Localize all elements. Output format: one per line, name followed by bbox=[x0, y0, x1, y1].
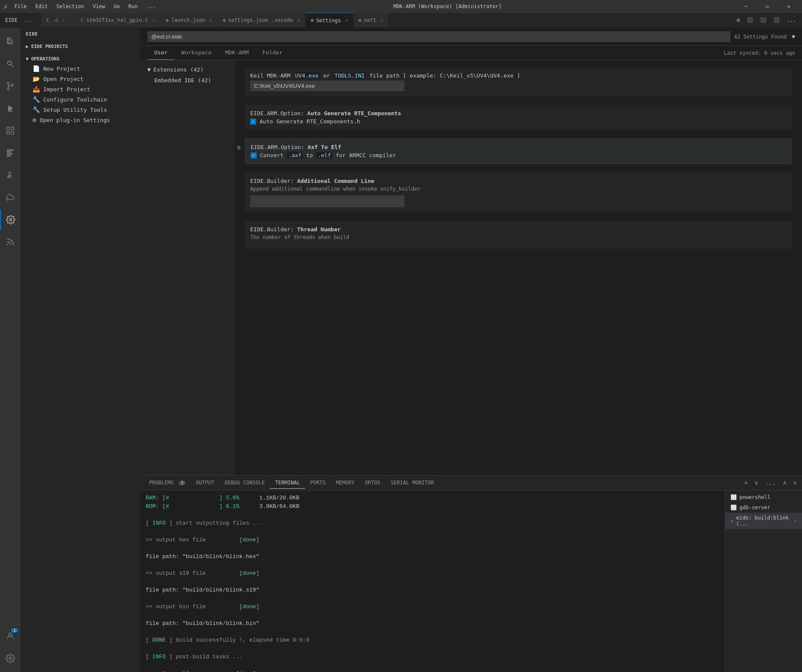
settings-tabs: User Workspace MDK-ARM Folder Last synce… bbox=[141, 46, 802, 60]
activity-search[interactable] bbox=[0, 54, 21, 74]
activity-manage[interactable] bbox=[0, 648, 21, 669]
terminal-line-info-start: [ INFO ] start outputting files ... bbox=[146, 519, 720, 528]
tab-more-eide[interactable]: ... bbox=[20, 17, 36, 23]
panel-menu-button[interactable]: ... bbox=[763, 478, 778, 487]
tab-settings-icon: ⚙ bbox=[311, 18, 314, 23]
cmdline-input[interactable] bbox=[250, 195, 404, 207]
tab-sett2[interactable]: ⚙ sett ✕ bbox=[353, 13, 389, 27]
svg-point-26 bbox=[9, 633, 12, 636]
svg-point-7 bbox=[8, 61, 12, 65]
auto-rte-checkbox[interactable]: ✓ bbox=[250, 119, 256, 125]
settings-found-count: 42 Settings Found bbox=[734, 34, 787, 40]
menu-go[interactable]: Go bbox=[110, 3, 123, 10]
sidebar-item-open-plugin[interactable]: ⚙ Open plug-in Settings bbox=[21, 115, 141, 125]
activity-explorer[interactable] bbox=[0, 31, 21, 52]
panel-tab-ports[interactable]: PORTS bbox=[305, 477, 331, 489]
svg-rect-16 bbox=[11, 127, 14, 130]
svg-point-11 bbox=[11, 84, 13, 86]
panel-collapse-button[interactable]: ∧ bbox=[781, 478, 788, 487]
tab-actions[interactable]: ⊡ ⬛ ⬛ ⬛ ... bbox=[734, 13, 802, 27]
tab-c-close[interactable]: ✕ bbox=[63, 18, 65, 23]
menu-view[interactable]: View bbox=[89, 3, 108, 10]
tab-launch-close[interactable]: ✕ bbox=[209, 18, 212, 23]
panel-tab-xrtos[interactable]: XRTOS bbox=[360, 477, 386, 489]
settings-tab-user[interactable]: User bbox=[147, 46, 174, 60]
panel-actions[interactable]: + ∨ ... ∧ ✕ bbox=[742, 478, 799, 487]
terminal-instance-gdb[interactable]: ⬜ gdb-server bbox=[725, 502, 802, 513]
panel-tab-terminal[interactable]: TERMINAL bbox=[270, 477, 305, 489]
menu-edit[interactable]: Edit bbox=[32, 3, 51, 10]
gear-icon[interactable]: ⚙ bbox=[237, 144, 240, 151]
settings-tab-mdkarm[interactable]: MDK-ARM bbox=[218, 46, 256, 60]
sidebar-item-configure-toolchain[interactable]: 🔧 Configure Toolchain bbox=[21, 94, 141, 105]
sidebar: EIDE ▶ EIDE PROJECTS ▼ OPERATIONS 📄 New … bbox=[21, 28, 141, 672]
import-project-icon: 📥 bbox=[33, 86, 40, 93]
axf-checkbox[interactable]: ✓ bbox=[251, 152, 257, 158]
sidebar-item-setup-utility[interactable]: 🔧 Setup Utility Tools bbox=[21, 105, 141, 115]
activity-extensions[interactable] bbox=[0, 120, 21, 141]
menu-file[interactable]: File bbox=[11, 3, 30, 10]
panel-tab-memory[interactable]: MEMORY bbox=[331, 477, 359, 489]
activity-test[interactable] bbox=[0, 165, 21, 185]
close-button[interactable]: ✕ bbox=[779, 0, 799, 13]
split-editor-button[interactable]: ⊡ bbox=[734, 16, 742, 24]
settings-search-input[interactable] bbox=[147, 31, 730, 42]
settings-panel: 42 Settings Found ▼ User Workspace MDK-A… bbox=[141, 28, 802, 475]
activity-eide[interactable] bbox=[0, 143, 21, 163]
terminal-instance-eide[interactable]: ✕ eide: build:blink (... ✓ bbox=[725, 513, 802, 529]
tab-sett2-close[interactable]: ✕ bbox=[380, 18, 383, 23]
panel-tab-problems[interactable]: PROBLEMS 3 bbox=[144, 477, 191, 489]
terminal-output[interactable]: RAM: [# ] 5.6% 1.1KB/20.0KB ROM: [# ] 6.… bbox=[141, 490, 725, 672]
menu-bar[interactable]: File Edit Selection View Go Run ... bbox=[11, 3, 159, 10]
window-controls[interactable]: ─ ▭ ✕ bbox=[736, 0, 799, 13]
settings-nav-extensions[interactable]: ▼ Extensions (42) bbox=[141, 64, 235, 75]
maximize-button[interactable]: ▭ bbox=[757, 0, 777, 13]
keil-path-input[interactable] bbox=[250, 81, 404, 91]
tab-c[interactable]: C .c ✕ bbox=[42, 13, 76, 27]
sidebar-item-open-project[interactable]: 📂 Open Project bbox=[21, 74, 141, 84]
panel-tab-debug-console[interactable]: DEBUG CONSOLE bbox=[219, 477, 270, 489]
activity-settings-gear[interactable] bbox=[0, 209, 21, 230]
settings-tab-folder[interactable]: Folder bbox=[256, 46, 290, 60]
terminal-instance-powershell[interactable]: ⬜ powershell bbox=[725, 492, 802, 502]
menu-selection[interactable]: Selection bbox=[53, 3, 87, 10]
tab-gpio-close[interactable]: ✕ bbox=[153, 18, 155, 23]
activity-run[interactable] bbox=[0, 98, 21, 119]
tab-settings[interactable]: ⚙ Settings ✕ bbox=[305, 13, 353, 27]
activity-source-control[interactable] bbox=[0, 76, 21, 96]
svg-line-8 bbox=[11, 65, 14, 67]
auto-rte-label: Auto Generate RTE_Components.h bbox=[260, 118, 360, 125]
activity-cloud[interactable] bbox=[0, 187, 21, 208]
settings-tab-workspace[interactable]: Workspace bbox=[174, 46, 218, 60]
sidebar-section-projects-header[interactable]: ▶ EIDE PROJECTS bbox=[21, 42, 141, 51]
settings-filter-icon[interactable]: ▼ bbox=[792, 33, 795, 40]
tab-vscode-settings[interactable]: ⚙ settings.json .vscode ✕ bbox=[218, 13, 305, 27]
panel-more-button[interactable]: ∨ bbox=[753, 478, 760, 487]
settings-search-bar: 42 Settings Found ▼ bbox=[141, 28, 802, 46]
menu-run[interactable]: Run bbox=[125, 3, 141, 10]
tab-vscode-close[interactable]: ✕ bbox=[297, 18, 300, 23]
tab-settings-close[interactable]: ✕ bbox=[345, 18, 348, 23]
sidebar-item-import-project[interactable]: 📥 Import Project bbox=[21, 84, 141, 94]
layout3-button[interactable]: ⬛ bbox=[771, 16, 782, 24]
panel-tab-output[interactable]: OUTPUT bbox=[191, 477, 219, 489]
sidebar-item-new-project[interactable]: 📄 New Project bbox=[21, 63, 141, 74]
svg-rect-5 bbox=[8, 41, 11, 41]
minimize-button[interactable]: ─ bbox=[736, 0, 756, 13]
title-bar: ✗ File Edit Selection View Go Run ... MD… bbox=[0, 0, 802, 13]
panel-close-button[interactable]: ✕ bbox=[792, 478, 799, 487]
menu-more[interactable]: ... bbox=[143, 3, 159, 10]
sidebar-section-operations-header[interactable]: ▼ OPERATIONS bbox=[21, 54, 141, 63]
settings-nav-embedded-ide[interactable]: Embedded IDE (42) bbox=[141, 75, 235, 85]
more-actions-button[interactable]: ... bbox=[784, 16, 799, 24]
activity-feed[interactable] bbox=[0, 232, 21, 252]
tab-launch[interactable]: ⚙ launch.json ✕ bbox=[161, 13, 218, 27]
layout-button[interactable]: ⬛ bbox=[744, 16, 756, 24]
chevron-down-icon-nav: ▼ bbox=[147, 66, 151, 73]
tab-eide[interactable]: EIDE ... bbox=[0, 13, 42, 27]
layout2-button[interactable]: ⬛ bbox=[757, 16, 769, 24]
activity-account[interactable]: 1 bbox=[0, 626, 21, 646]
panel-tab-serial[interactable]: SERIAL MONITOR bbox=[386, 477, 439, 489]
add-terminal-button[interactable]: + bbox=[742, 478, 749, 487]
tab-gpio[interactable]: C stm32f1xx_hal_gpio.c ✕ bbox=[76, 13, 161, 27]
